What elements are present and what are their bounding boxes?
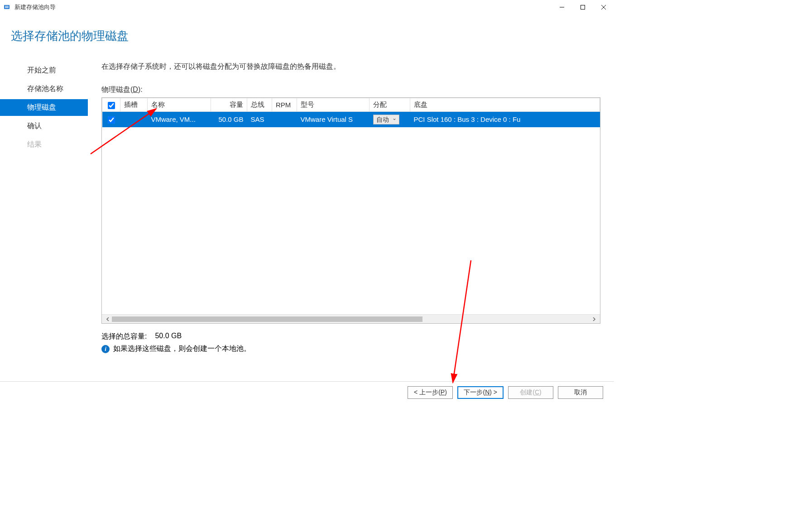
allocation-select[interactable]: 自动: [373, 115, 399, 125]
create-button: 创建(C): [508, 386, 553, 399]
svg-rect-4: [581, 5, 585, 10]
table-row[interactable]: VMware, VM... 50.0 GB SAS VMware Virtual…: [102, 112, 600, 127]
maximize-button[interactable]: [572, 0, 593, 14]
cell-allocation: 自动: [370, 112, 410, 127]
table-label: 物理磁盘(D):: [101, 85, 600, 95]
scroll-thumb[interactable]: [112, 316, 422, 322]
col-model[interactable]: 型号: [297, 98, 370, 112]
col-chassis[interactable]: 底盘: [410, 98, 600, 112]
cell-name: VMware, VM...: [148, 112, 211, 127]
disks-table-container: 插槽 名称 容量 总线 RPM 型号 分配 底盘: [101, 97, 600, 324]
wizard-steps-sidebar: 开始之前 存储池名称 物理磁盘 确认 结果: [0, 62, 88, 356]
svg-rect-0: [4, 5, 10, 9]
col-capacity[interactable]: 容量: [211, 98, 247, 112]
cell-model: VMware Virtual S: [297, 112, 370, 127]
summary-value: 50.0 GB: [155, 332, 182, 341]
window-title: 新建存储池向导: [14, 3, 56, 11]
select-all-checkbox[interactable]: [108, 102, 115, 109]
horizontal-scrollbar[interactable]: [102, 314, 600, 323]
step-results: 结果: [22, 136, 88, 153]
info-text: 如果选择这些磁盘，则会创建一个本地池。: [113, 344, 251, 354]
scroll-track[interactable]: [112, 316, 590, 323]
previous-button[interactable]: < 上一步(P): [408, 386, 453, 399]
info-icon: i: [101, 345, 110, 353]
close-button[interactable]: [593, 0, 614, 14]
titlebar: 新建存储池向导: [0, 0, 614, 14]
next-button[interactable]: 下一步(N) >: [457, 386, 504, 399]
cell-slot: [120, 112, 148, 127]
col-checkbox[interactable]: [102, 98, 120, 112]
step-confirm[interactable]: 确认: [22, 118, 88, 134]
description-text: 在选择存储子系统时，还可以将磁盘分配为可替换故障磁盘的热备用磁盘。: [101, 62, 600, 72]
col-name[interactable]: 名称: [148, 98, 211, 112]
app-icon: [4, 4, 11, 11]
step-physical-disks[interactable]: 物理磁盘: [0, 99, 88, 116]
wizard-footer: < 上一步(P) 下一步(N) > 创建(C) 取消: [0, 381, 614, 403]
cell-rpm: [272, 112, 297, 127]
cell-capacity: 50.0 GB: [211, 112, 247, 127]
step-before-you-begin[interactable]: 开始之前: [22, 62, 88, 79]
page-heading: 选择存储池的物理磁盘: [0, 14, 614, 44]
disks-table: 插槽 名称 容量 总线 RPM 型号 分配 底盘: [102, 98, 600, 127]
svg-rect-2: [5, 7, 9, 8]
step-pool-name[interactable]: 存储池名称: [22, 81, 88, 97]
minimize-button[interactable]: [552, 0, 572, 14]
col-allocation[interactable]: 分配: [370, 98, 410, 112]
capacity-summary: 选择的总容量: 50.0 GB: [101, 332, 600, 341]
row-checkbox[interactable]: [108, 116, 115, 124]
svg-rect-1: [5, 6, 9, 7]
col-slot[interactable]: 插槽: [120, 98, 148, 112]
col-bus[interactable]: 总线: [247, 98, 272, 112]
cancel-button[interactable]: 取消: [558, 386, 603, 399]
cell-chassis: PCI Slot 160 : Bus 3 : Device 0 : Fu: [410, 112, 600, 127]
scroll-left-icon[interactable]: [104, 316, 112, 323]
cell-bus: SAS: [247, 112, 272, 127]
scroll-right-icon[interactable]: [590, 316, 598, 323]
info-note: i 如果选择这些磁盘，则会创建一个本地池。: [101, 344, 600, 354]
col-rpm[interactable]: RPM: [272, 98, 297, 112]
summary-label: 选择的总容量:: [101, 332, 147, 341]
